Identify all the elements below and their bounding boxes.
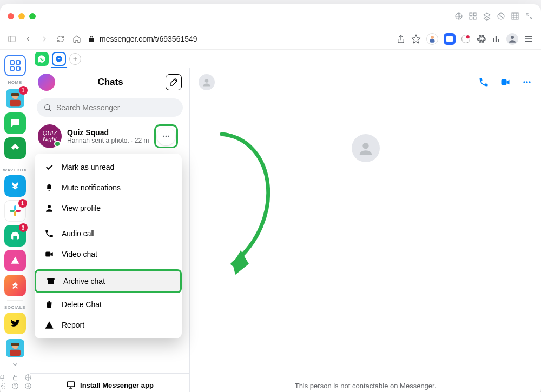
conversation-sidebar: Chats QUIZNight — [30, 68, 190, 392]
chat-header — [190, 68, 541, 96]
dock-app-user[interactable]: 1 — [4, 88, 26, 109]
bell-icon[interactable] — [0, 374, 6, 381]
install-app-button[interactable]: Install Messenger app — [30, 373, 189, 392]
dock-app-sentry[interactable] — [4, 250, 26, 271]
svg-rect-6 — [512, 13, 518, 19]
svg-rect-7 — [9, 36, 15, 42]
svg-point-42 — [163, 136, 165, 137]
svg-rect-19 — [10, 67, 14, 70]
conversation-preview: Hannah sent a photo. · 22 m — [67, 137, 149, 144]
dock-app-slack[interactable]: 1 — [4, 200, 26, 222]
user-chip-icon[interactable] — [506, 33, 518, 45]
close-window-button[interactable] — [8, 13, 14, 19]
svg-rect-18 — [16, 61, 20, 64]
svg-rect-34 — [10, 350, 21, 356]
traffic-lights — [8, 13, 36, 19]
svg-rect-29 — [10, 210, 15, 212]
profile-avatar-icon[interactable] — [426, 33, 438, 45]
my-avatar[interactable] — [38, 74, 55, 91]
dock-section-socials: SOCIALS — [4, 305, 25, 310]
phone-icon — [44, 229, 54, 238]
dock-app-user2[interactable] — [4, 337, 26, 359]
menu-report[interactable]: Report — [35, 315, 182, 335]
conversation-more-button[interactable] — [157, 127, 175, 145]
extension-tile-icon[interactable] — [444, 33, 456, 45]
dock-app-wavebox[interactable] — [4, 175, 26, 197]
dock-app-feedly[interactable] — [4, 137, 26, 159]
svg-rect-9 — [430, 39, 435, 42]
search-bar[interactable] — [37, 98, 183, 117]
settings-gear-icon[interactable] — [0, 382, 6, 390]
chats-heading: Chats — [55, 77, 166, 88]
reload-icon[interactable] — [56, 35, 65, 43]
chevron-down-icon[interactable] — [11, 361, 19, 368]
dock-app-support[interactable]: 3 — [4, 225, 26, 247]
dock-badge: 3 — [19, 223, 28, 232]
not-contactable-text: This person is not contactable on Messen… — [190, 375, 541, 392]
minimize-window-button[interactable] — [18, 13, 25, 19]
menu-delete-chat[interactable]: Delete Chat — [35, 294, 182, 315]
lock-small-icon[interactable] — [11, 374, 19, 381]
back-icon[interactable] — [24, 35, 32, 43]
dock-home-button[interactable] — [4, 55, 26, 76]
share-icon[interactable] — [396, 34, 406, 44]
maximize-window-button[interactable] — [29, 13, 36, 19]
svg-point-43 — [166, 136, 167, 137]
sidebar-toggle-icon[interactable] — [8, 35, 16, 43]
grid-icon[interactable] — [511, 12, 519, 21]
layers-icon[interactable] — [483, 12, 491, 21]
tab-whatsapp[interactable] — [35, 52, 49, 66]
menu-view-profile[interactable]: View profile — [35, 198, 182, 218]
conversation-item[interactable]: QUIZNight Quiz Squad Hannah sent a photo… — [30, 119, 189, 154]
equalizer-icon[interactable] — [491, 34, 501, 44]
svg-rect-17 — [10, 61, 14, 64]
address-bar[interactable]: messenger.com/t/693561549 — [88, 35, 197, 43]
svg-point-25 — [13, 122, 14, 123]
dock-app-chat[interactable] — [4, 112, 26, 134]
desktop-icon — [66, 380, 76, 390]
dock-section-wavebox: WAVEBOX — [3, 168, 27, 172]
video-button[interactable] — [500, 77, 511, 88]
trash-icon — [44, 300, 54, 309]
more-button[interactable] — [522, 77, 532, 88]
dock-app-clickup[interactable] — [4, 275, 26, 296]
svg-rect-35 — [11, 343, 18, 346]
tab-messenger[interactable] — [52, 52, 66, 66]
menu-icon[interactable] — [524, 34, 533, 44]
svg-rect-13 — [493, 38, 494, 42]
svg-rect-23 — [10, 100, 21, 106]
tab-add-button[interactable] — [69, 53, 81, 65]
compose-button[interactable] — [166, 74, 182, 90]
extensions-icon[interactable] — [476, 34, 486, 44]
menu-mute[interactable]: Mute notifications — [35, 177, 182, 198]
expand-icon[interactable] — [525, 12, 533, 21]
video-icon — [44, 249, 54, 259]
star-icon[interactable] — [411, 34, 421, 44]
notification-badge-icon[interactable] — [461, 34, 471, 44]
dock-section-home: HOME — [8, 80, 22, 85]
svg-rect-14 — [496, 36, 497, 42]
dashboard-icon[interactable] — [469, 12, 477, 21]
svg-point-54 — [362, 143, 368, 149]
block-icon[interactable] — [497, 12, 505, 21]
titlebar-right-icons — [454, 12, 533, 21]
svg-rect-30 — [14, 211, 16, 216]
help-icon[interactable] — [11, 382, 19, 390]
menu-video-chat[interactable]: Video chat — [35, 244, 182, 264]
call-button[interactable] — [478, 77, 489, 88]
chat-pane: This person is not contactable on Messen… — [190, 68, 541, 392]
menu-audio-call[interactable]: Audio call — [35, 223, 182, 244]
annotation-highlight — [154, 124, 178, 148]
dock-app-twitter[interactable] — [4, 313, 26, 334]
globe-icon[interactable] — [454, 12, 463, 21]
svg-rect-3 — [470, 17, 472, 19]
menu-archive-chat[interactable]: Archive chat — [35, 269, 182, 293]
svg-rect-20 — [16, 67, 20, 70]
svg-rect-15 — [498, 39, 499, 42]
forward-icon[interactable] — [40, 35, 49, 43]
search-input[interactable] — [56, 103, 176, 112]
conversation-name: Quiz Squad — [67, 128, 149, 137]
menu-mark-unread[interactable]: Mark as unread — [35, 157, 182, 177]
chat-avatar[interactable] — [199, 74, 215, 90]
home-icon[interactable] — [72, 35, 81, 43]
